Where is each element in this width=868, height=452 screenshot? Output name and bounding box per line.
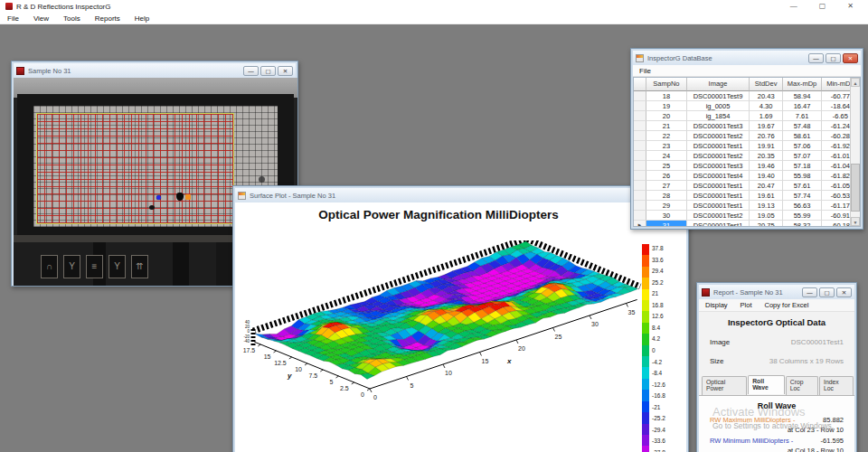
close-button[interactable]: ✕ (278, 66, 293, 76)
table-cell[interactable]: DSC00001Test1 (687, 221, 750, 227)
table-cell[interactable]: 29 (646, 201, 687, 211)
minimize-button[interactable]: — (802, 287, 817, 297)
table-cell[interactable]: 58.61 (783, 131, 821, 141)
table-cell[interactable]: 58.32 (783, 221, 821, 227)
table-cell[interactable]: 19.13 (750, 201, 783, 211)
table-cell[interactable]: 57.06 (783, 141, 821, 151)
row-header[interactable] (634, 151, 646, 161)
table-cell[interactable]: 20.75 (750, 221, 783, 227)
table-cell[interactable]: 27 (646, 181, 687, 191)
table-row[interactable]: 27DSC00001Test120.4757.61-61.05 (634, 181, 860, 191)
surface-titlebar[interactable]: Surface Plot - Sample No 31 (235, 188, 686, 202)
table-cell[interactable]: 55.99 (783, 211, 821, 221)
scrollbar[interactable]: ▲ ▼ (850, 78, 860, 226)
table-cell[interactable]: 19.05 (750, 211, 783, 221)
table-cell[interactable]: ig_0005 (687, 101, 750, 111)
row-header[interactable] (634, 211, 646, 221)
table-cell[interactable]: 57.74 (783, 191, 821, 201)
table-cell[interactable]: DSC00001Test1 (687, 181, 750, 191)
report-titlebar[interactable]: Report - Sample No 31 — ▢ ✕ (699, 285, 854, 299)
minimize-button[interactable]: — (243, 66, 259, 76)
table-cell[interactable]: DSC00001Test1 (687, 201, 750, 211)
table-row[interactable]: 20ig_18541.697.61-6.65 (634, 111, 860, 121)
table-cell[interactable]: 23 (646, 141, 687, 151)
table-cell[interactable]: ig_1854 (687, 111, 750, 121)
table-cell[interactable]: 20 (646, 111, 687, 121)
table-cell[interactable]: 19.61 (750, 191, 783, 201)
table-cell[interactable]: DSC00001Test2 (687, 211, 750, 221)
table-cell[interactable]: 7.61 (783, 111, 821, 121)
row-header[interactable] (634, 161, 646, 171)
table-cell[interactable]: 19.91 (750, 141, 783, 151)
row-header[interactable]: ► (634, 221, 646, 227)
table-cell[interactable]: DSC00001Test3 (687, 121, 750, 131)
tab-optical-power[interactable]: Optical Power (702, 376, 747, 395)
column-header[interactable]: SampNo (646, 78, 687, 91)
table-cell[interactable]: 19 (646, 101, 687, 111)
table-cell[interactable]: DSC00001Test1 (687, 141, 750, 151)
row-header[interactable] (634, 201, 646, 211)
row-header[interactable] (634, 101, 646, 111)
table-cell[interactable]: DSC00001Test3 (687, 161, 750, 171)
table-cell[interactable]: 4.30 (750, 101, 783, 111)
main-titlebar[interactable]: R & D Reflections InspectorG — ▢ ✕ (0, 0, 868, 13)
table-cell[interactable]: 20.47 (750, 181, 783, 191)
table-cell[interactable]: 21 (646, 121, 687, 131)
table-cell[interactable]: 25 (646, 161, 687, 171)
db-menu-file[interactable]: File (633, 67, 657, 75)
table-cell[interactable]: 22 (646, 131, 687, 141)
table-cell[interactable]: 28 (646, 191, 687, 201)
row-header[interactable] (634, 191, 646, 201)
table-row[interactable]: 26DSC00001Test419.4055.98-61.82 (634, 171, 860, 181)
table-cell[interactable]: DSC00001Test2 (687, 131, 750, 141)
maximize-button[interactable]: ▢ (819, 0, 826, 13)
table-cell[interactable]: 57.07 (783, 151, 821, 161)
column-header[interactable]: Max-mDp (783, 78, 821, 91)
table-cell[interactable]: DSC00001Test2 (687, 151, 750, 161)
table-cell[interactable]: 57.18 (783, 161, 821, 171)
table-cell[interactable]: 18 (646, 91, 687, 101)
tab-crop-loc[interactable]: Crop Loc (786, 376, 818, 395)
table-row[interactable]: 21DSC00001Test319.6757.48-61.24 (634, 121, 860, 131)
column-header[interactable]: StdDev (750, 78, 783, 91)
table-cell[interactable]: 24 (646, 151, 687, 161)
table-row[interactable]: 28DSC00001Test119.6157.74-60.53 (634, 191, 860, 201)
table-cell[interactable]: 20.43 (750, 91, 783, 101)
table-cell[interactable]: 19.67 (750, 121, 783, 131)
table-cell[interactable]: DSC00001Test1 (687, 191, 750, 201)
maximize-button[interactable]: ▢ (260, 66, 276, 76)
scroll-down-icon[interactable]: ▼ (851, 217, 860, 226)
table-row[interactable]: 25DSC00001Test319.4657.18-61.04 (634, 161, 860, 171)
menu-tools[interactable]: Tools (56, 14, 88, 23)
row-header[interactable] (634, 141, 646, 151)
report-menu-plot[interactable]: Plot (734, 301, 759, 309)
row-header[interactable] (634, 111, 646, 121)
table-cell[interactable]: 57.61 (783, 181, 821, 191)
table-row[interactable]: 24DSC00001Test220.3557.07-61.01 (634, 151, 860, 161)
table-cell[interactable]: 55.98 (783, 171, 821, 181)
report-menu-copy-for-excel[interactable]: Copy for Excel (759, 301, 816, 309)
row-header[interactable] (634, 121, 646, 131)
row-header[interactable] (634, 131, 646, 141)
table-row[interactable]: 30DSC00001Test219.0555.99-60.91 (634, 211, 860, 221)
close-button[interactable]: ✕ (836, 287, 852, 297)
row-header[interactable] (634, 91, 646, 101)
table-cell[interactable]: 56.63 (783, 201, 821, 211)
table-row[interactable]: 18DSC00001Test920.4358.94-60.77 (634, 91, 860, 101)
table-row[interactable]: ►31DSC00001Test120.7558.32-60.18 (634, 221, 860, 227)
table-cell[interactable]: 1.69 (750, 111, 783, 121)
tab-roll-wave[interactable]: Roll Wave (748, 375, 785, 394)
scroll-up-icon[interactable]: ▲ (851, 78, 860, 87)
column-header[interactable]: Image (687, 78, 750, 91)
table-cell[interactable]: 20.76 (750, 131, 783, 141)
table-cell[interactable]: 16.47 (783, 101, 821, 111)
table-cell[interactable]: 57.48 (783, 121, 821, 131)
minimize-button[interactable]: — (790, 0, 797, 13)
database-titlebar[interactable]: InspectorG DataBase — ▢ ✕ (633, 51, 861, 65)
minimize-button[interactable]: — (808, 53, 824, 63)
table-row[interactable]: 22DSC00001Test220.7658.61-60.28 (634, 131, 860, 141)
close-button[interactable]: ✕ (843, 53, 858, 63)
table-cell[interactable]: 30 (646, 211, 687, 221)
maximize-button[interactable]: ▢ (819, 287, 835, 297)
table-cell[interactable]: 20.35 (750, 151, 783, 161)
